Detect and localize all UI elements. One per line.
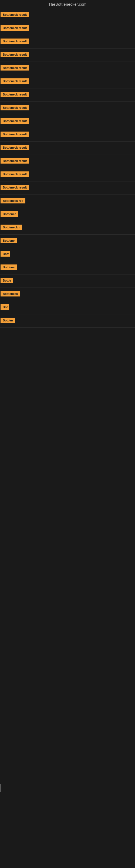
bottleneck-result-bar[interactable]: Bottleneck result <box>1 131 29 137</box>
list-item: Bottleneck result <box>0 155 135 168</box>
site-title: TheBottlenecker.com <box>0 0 135 9</box>
list-item: Bottleneck result <box>0 22 135 35</box>
list-item: Bottleneck result <box>0 35 135 49</box>
bottleneck-result-bar[interactable]: Bottlene <box>1 238 17 243</box>
bottleneck-result-bar[interactable]: Bottleneck result <box>1 172 29 177</box>
list-item: Bottleneck result <box>0 9 135 22</box>
cursor-line <box>1 784 1 792</box>
list-item: Bottleneck result <box>0 49 135 62</box>
bottleneck-result-bar[interactable]: Bottleneck result <box>1 185 29 190</box>
list-item: Bottlen <box>0 314 135 328</box>
bottleneck-result-bar[interactable]: Bottleneck result <box>1 118 29 124</box>
bottleneck-result-bar[interactable]: Bottleneck result <box>1 65 29 70</box>
bottleneck-result-bar[interactable]: Bottlen <box>1 318 15 323</box>
bottleneck-result-bar[interactable]: Bottleneck result <box>1 145 29 150</box>
list-item: Bottleneck result <box>0 128 135 142</box>
list-item: Bottleneck result <box>0 75 135 88</box>
bottleneck-result-bar[interactable]: Bottlenec <box>1 211 18 217</box>
bottleneck-result-bar[interactable]: Bottleneck r <box>1 225 22 230</box>
bottleneck-result-bar[interactable]: Bottleneck result <box>1 105 29 111</box>
list-item: Bottleneck result <box>0 102 135 115</box>
list-item: Bottleneck result <box>0 62 135 75</box>
list-item: Bottleneck <box>0 288 135 301</box>
list-item: Bottlene <box>0 261 135 275</box>
bottleneck-result-bar[interactable]: Bottleneck result <box>1 38 29 44</box>
bottleneck-result-bar[interactable]: Bot <box>1 304 9 310</box>
list-item: Bot <box>0 301 135 314</box>
list-item: Bottle <box>0 275 135 288</box>
bottleneck-result-bar[interactable]: Bottleneck result <box>1 79 29 84</box>
bottleneck-result-bar[interactable]: Bottleneck res <box>1 198 26 204</box>
list-item: Bott <box>0 248 135 261</box>
list-item: Bottleneck r <box>0 221 135 235</box>
bars-container: Bottleneck resultBottleneck resultBottle… <box>0 9 135 328</box>
list-item: Bottleneck result <box>0 182 135 195</box>
bottleneck-result-bar[interactable]: Bottleneck <box>1 291 20 297</box>
bottleneck-result-bar[interactable]: Bottleneck result <box>1 158 29 163</box>
list-item: Bottleneck result <box>0 168 135 182</box>
bottleneck-result-bar[interactable]: Bottleneck result <box>1 92 29 97</box>
list-item: Bottleneck result <box>0 88 135 102</box>
bottleneck-result-bar[interactable]: Bottleneck result <box>1 52 29 57</box>
list-item: Bottleneck result <box>0 115 135 128</box>
bottleneck-result-bar[interactable]: Bottlene <box>1 265 17 270</box>
list-item: Bottleneck res <box>0 195 135 208</box>
bottleneck-result-bar[interactable]: Bottle <box>1 278 13 283</box>
bottleneck-result-bar[interactable]: Bott <box>1 251 10 257</box>
bottleneck-result-bar[interactable]: Bottleneck result <box>1 12 29 18</box>
bottleneck-result-bar[interactable]: Bottleneck result <box>1 25 29 31</box>
list-item: Bottlenec <box>0 208 135 221</box>
list-item: Bottlene <box>0 235 135 248</box>
list-item: Bottleneck result <box>0 142 135 155</box>
